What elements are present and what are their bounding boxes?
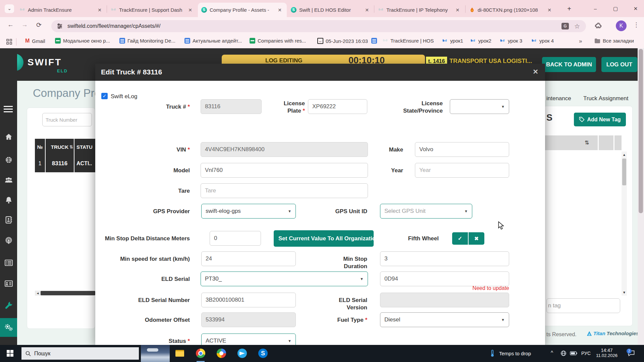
- notification-center[interactable]: 2: [626, 348, 637, 359]
- scrollbar-thumb[interactable]: [622, 159, 626, 185]
- eld-serial-select[interactable]: PT30_▼: [201, 272, 368, 286]
- scroll-up-icon[interactable]: ▲: [622, 152, 627, 157]
- profile-avatar[interactable]: K: [616, 20, 627, 31]
- col-status[interactable]: STATU: [74, 139, 95, 155]
- min-stop-delta-field[interactable]: [210, 231, 261, 246]
- year-field[interactable]: [415, 163, 509, 178]
- taskbar-skype[interactable]: S: [258, 348, 268, 359]
- eld-serial-version-field[interactable]: [380, 293, 509, 307]
- bookmark-guide-monitoring[interactable]: Гайд Monitoring De...: [119, 38, 175, 44]
- license-plate-field[interactable]: [308, 99, 367, 114]
- make-field[interactable]: [415, 142, 509, 157]
- window-minimize-button[interactable]: –: [590, 4, 600, 13]
- close-icon[interactable]: ✕: [363, 7, 371, 13]
- hidden-icons-chevron[interactable]: ^: [551, 350, 553, 355]
- back-to-admin-button[interactable]: BACK TO ADMIN: [542, 57, 596, 72]
- close-icon[interactable]: ✕: [96, 7, 103, 13]
- weather-tray-item[interactable]: [487, 348, 498, 359]
- site-info-icon[interactable]: [57, 23, 63, 29]
- tab-support-dash[interactable]: TrackEnsure | Support Dash ✕: [107, 3, 197, 17]
- close-icon[interactable]: ✕: [454, 7, 461, 13]
- tray-battery[interactable]: [568, 348, 579, 359]
- sidebar-item-id-card[interactable]: [0, 276, 17, 291]
- fifth-wheel-yes-button[interactable]: ✓: [452, 232, 468, 245]
- scrollbar-thumb[interactable]: [41, 291, 95, 295]
- bookmark-companies[interactable]: Companies with res...: [250, 38, 306, 44]
- taskbar-google-app[interactable]: [216, 348, 227, 359]
- url-text[interactable]: swifteld.com/fleet/manager/cpAssets/#/: [67, 23, 561, 29]
- menu-kebab-icon[interactable]: ⋮: [633, 21, 639, 28]
- tab-company-profile-active[interactable]: S Company Profile - Assets - ✕: [198, 3, 287, 17]
- tab-maintenance[interactable]: intenance: [546, 95, 571, 102]
- bookmark-lesson4[interactable]: урок 4: [531, 38, 554, 44]
- close-icon[interactable]: ✕: [276, 7, 283, 13]
- translate-icon[interactable]: G: [561, 23, 569, 29]
- taskbar-search[interactable]: Пошук: [21, 347, 139, 360]
- tab-truck-assignment[interactable]: Truck Assignment: [583, 95, 628, 102]
- tare-field[interactable]: [201, 183, 368, 198]
- sidebar-item-notifications[interactable]: [0, 193, 17, 207]
- apps-grid-icon[interactable]: [6, 39, 12, 45]
- log-out-button[interactable]: LOG OUT: [601, 57, 637, 72]
- status-select[interactable]: ACTIVE▼: [201, 334, 296, 345]
- bookmark-actual-updates[interactable]: Актуальные апдейт...: [184, 38, 242, 44]
- min-speed-field[interactable]: [201, 251, 296, 266]
- sidebar-item-contacts[interactable]: [0, 213, 17, 227]
- window-close-button[interactable]: ✕: [631, 4, 641, 13]
- back-icon[interactable]: ←: [7, 21, 14, 28]
- extensions-icon[interactable]: [595, 22, 602, 29]
- swift-elog-checkbox[interactable]: ✓: [101, 93, 108, 99]
- modal-close-icon[interactable]: ✕: [533, 68, 538, 76]
- bookmark-lesson3[interactable]: урок 3: [499, 38, 522, 44]
- taskbar-chrome-active[interactable]: [195, 348, 206, 359]
- bookmark-modal-window[interactable]: Модальное окно р...: [55, 38, 110, 44]
- gps-provider-select[interactable]: swift-elog-gps▼: [201, 204, 296, 219]
- truck-number-field[interactable]: [201, 99, 262, 114]
- window-maximize-button[interactable]: ▢: [610, 4, 621, 13]
- eld-serial-code-field[interactable]: [380, 272, 509, 286]
- sort-icon[interactable]: ⇅: [585, 139, 589, 146]
- tab-ip-telephony[interactable]: TrackEnsure | IP Telephony ✕: [375, 3, 465, 17]
- bookmark-date-link[interactable]: ↔05-Jun-2023 16:03: [317, 38, 368, 44]
- weather-wid.get-image[interactable]: [141, 345, 170, 362]
- bookmark-trackensure-hos[interactable]: TrackEnsure | HOS: [382, 38, 434, 44]
- add-new-tag-button[interactable]: Add New Tag: [574, 113, 626, 126]
- model-field[interactable]: [201, 163, 368, 178]
- sidebar-item-drivers[interactable]: [0, 173, 17, 188]
- tab-hos-editor[interactable]: S Swift | ELD HOS Editor ✕: [287, 3, 374, 17]
- sidebar-item-map[interactable]: [0, 153, 17, 167]
- tag-search-input[interactable]: n tag: [546, 298, 620, 313]
- close-icon[interactable]: ✕: [186, 7, 194, 13]
- start-button[interactable]: [5, 348, 15, 359]
- hamburger-menu-icon[interactable]: [4, 106, 13, 112]
- fuel-type-select[interactable]: Diesel▼: [380, 312, 509, 327]
- gps-unit-select[interactable]: Select GPS Unit▼: [380, 204, 472, 219]
- tab-search-button[interactable]: ⌄: [5, 4, 14, 13]
- close-icon[interactable]: ✕: [546, 7, 553, 13]
- sidebar-item-settings-active[interactable]: [0, 320, 17, 335]
- vin-field[interactable]: [201, 142, 368, 157]
- min-stop-duration-field[interactable]: [380, 251, 509, 266]
- license-state-select[interactable]: ▼: [450, 99, 509, 114]
- horizontal-scrollbar[interactable]: ◄: [35, 291, 95, 296]
- sidebar-item-logs[interactable]: [0, 255, 17, 270]
- bookmark-gmail[interactable]: MGmail: [25, 38, 45, 44]
- taskbar-file-explorer[interactable]: [174, 348, 185, 359]
- tab-image-png[interactable]: di-80CTXN.png (1920×108 ✕: [466, 3, 556, 17]
- weather-text[interactable]: Temps to drop: [499, 351, 531, 356]
- new-tab-button[interactable]: +: [564, 4, 574, 13]
- language-indicator[interactable]: РУС: [581, 351, 591, 356]
- bookmark-lesson1[interactable]: урок1: [442, 38, 463, 44]
- scroll-down-icon[interactable]: ▼: [622, 291, 627, 294]
- address-bar[interactable]: swifteld.com/fleet/manager/cpAssets/#/ G…: [51, 20, 586, 32]
- bookmark-lesson2[interactable]: урок2: [470, 38, 491, 44]
- sidebar-item-home[interactable]: [0, 129, 17, 144]
- page-scrollbar[interactable]: [638, 48, 644, 345]
- vertical-scrollbar[interactable]: ▲ ▼: [622, 152, 627, 296]
- eld-serial-number-field[interactable]: [201, 293, 296, 307]
- forward-icon[interactable]: →: [21, 21, 28, 28]
- scrollbar-thumb[interactable]: [639, 49, 643, 213]
- col-number[interactable]: №: [35, 139, 46, 155]
- reload-icon[interactable]: ⟳: [36, 21, 42, 29]
- taskbar-telegram[interactable]: [237, 348, 248, 359]
